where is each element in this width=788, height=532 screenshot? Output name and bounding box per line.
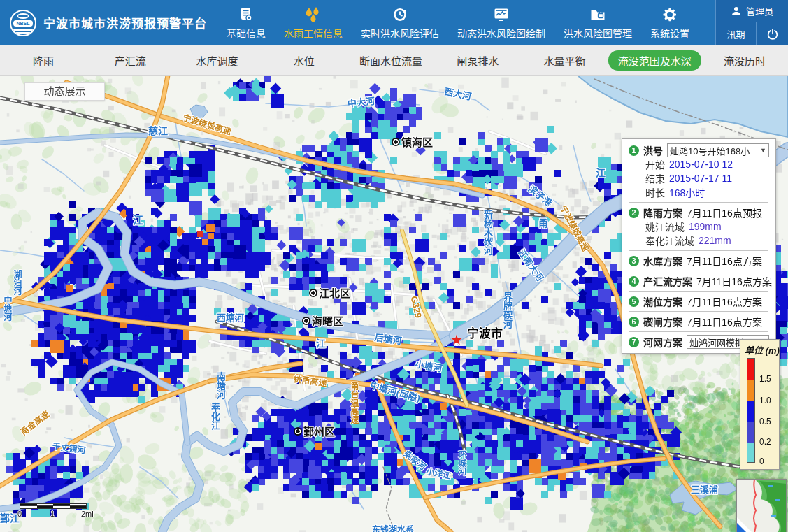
- power-icon: [766, 28, 779, 41]
- step-6-badge: 6: [629, 317, 639, 327]
- water-drops-icon: [304, 6, 322, 24]
- reservoir-value: 7月11日16点方案: [687, 254, 762, 268]
- minimap-toggle-icon[interactable]: [737, 523, 747, 532]
- legend-tick: 1.0: [759, 396, 771, 405]
- legend-title: 单位 (m): [745, 343, 779, 357]
- legend: 单位 (m) 1.51.00.50.20: [740, 339, 780, 470]
- dynamic-display-button[interactable]: 动态展示: [24, 82, 105, 101]
- tab-3[interactable]: 水位: [261, 50, 348, 71]
- yaojiang-value: 199mm: [689, 221, 722, 232]
- end-label: 结束: [645, 171, 665, 185]
- rivernet-label: 河网方案: [643, 335, 682, 349]
- step-4-badge: 4: [629, 276, 639, 287]
- nav-item-0[interactable]: 基础信息: [227, 0, 266, 45]
- start-value: 2015-07-10 12: [669, 159, 733, 170]
- user-menu[interactable]: 管理员: [716, 0, 788, 22]
- nav-item-3[interactable]: 动态洪水风险图绘制: [457, 0, 545, 45]
- tide-label: 潮位方案: [643, 294, 682, 308]
- tab-7[interactable]: 淹没范围及水深: [608, 50, 701, 71]
- gate-value: 7月11日16点方案: [687, 315, 762, 329]
- runoff-label: 产汇流方案: [643, 274, 692, 288]
- nav-item-4[interactable]: 洪水风险图管理: [564, 0, 632, 45]
- folder-lock-icon: [589, 6, 606, 24]
- rain-label: 降雨方案: [643, 206, 682, 220]
- fenghuajiang-label: 奉化江流域: [645, 233, 694, 247]
- user-icon: [731, 6, 742, 17]
- step-1-badge: 1: [629, 145, 639, 156]
- duration-value: 168小时: [669, 185, 705, 199]
- sub-nav: 降雨产汇流水库调度水位断面水位流量闸泵排水水量平衡淹没范围及水深淹没历时: [0, 45, 788, 76]
- clock-icon: [392, 6, 408, 24]
- app-logo-icon: NBSL: [10, 10, 36, 36]
- scale-0: 0: [17, 510, 22, 518]
- flood-no-select[interactable]: 灿鸿10号开始168小▼: [667, 143, 769, 157]
- gate-label: 碶闸方案: [643, 315, 682, 329]
- rain-value: 7月11日16点预报: [687, 206, 762, 220]
- tab-8[interactable]: 淹没历时: [701, 50, 788, 71]
- caret-down-icon: ▼: [760, 147, 766, 154]
- gear-icon: [661, 6, 678, 24]
- chart-monitor-icon: [493, 6, 510, 24]
- header-nav: 基础信息水雨工情信息实时洪水风险评估动态洪水风险图绘制洪水风险图管理系统设置: [227, 0, 708, 45]
- document-info-icon: [238, 6, 255, 24]
- start-label: 开始: [645, 157, 665, 171]
- scenario-panel: 1 洪号 灿鸿10号开始168小▼ 开始2015-07-10 12 结束2015…: [622, 138, 776, 354]
- tide-value: 7月11日16点方案: [687, 294, 762, 308]
- step-3-badge: 3: [629, 256, 639, 266]
- step-5-badge: 5: [629, 296, 639, 307]
- season-button[interactable]: 汛期: [716, 22, 757, 45]
- tab-5[interactable]: 闸泵排水: [434, 50, 521, 71]
- runoff-value: 7月11日16点方案: [696, 274, 772, 288]
- nav-item-1[interactable]: 水雨工情信息: [284, 0, 343, 45]
- reservoir-label: 水库方案: [643, 254, 682, 268]
- legend-tick: 0.2: [759, 437, 771, 447]
- fenghuajiang-value: 221mm: [699, 235, 731, 246]
- flood-no-label: 洪号: [643, 143, 663, 157]
- legend-tick: 0.5: [759, 417, 771, 426]
- nav-item-5[interactable]: 系统设置: [650, 0, 689, 45]
- logout-button[interactable]: [757, 22, 788, 45]
- step-7-badge: 7: [629, 337, 639, 347]
- legend-tick: 0: [759, 456, 764, 466]
- end-value: 2015-07-17 11: [669, 173, 732, 184]
- scale-2mi: 2mi: [81, 510, 94, 518]
- scale-1: 1: [50, 510, 55, 518]
- tab-6[interactable]: 水量平衡: [522, 50, 608, 71]
- app-title: 宁波市城市洪涝预报预警平台: [43, 14, 207, 31]
- tab-0[interactable]: 降雨: [0, 50, 87, 71]
- header-right: 管理员 汛期: [715, 0, 788, 45]
- step-2-badge: 2: [629, 208, 639, 218]
- tab-2[interactable]: 水库调度: [174, 50, 261, 71]
- tab-4[interactable]: 断面水位流量: [348, 50, 434, 71]
- nav-item-2[interactable]: 实时洪水风险评估: [361, 0, 439, 45]
- duration-label: 时长: [645, 185, 665, 199]
- map-container[interactable]: 慈江中大河西大河宁波绕城高速宁波绕城高速滨子港江甬江甬新杨木碶河江南大河界牌碶河…: [0, 76, 788, 532]
- legend-tick: 1.5: [759, 374, 771, 384]
- yaojiang-label: 姚江流域: [645, 220, 685, 233]
- tab-1[interactable]: 产汇流: [87, 50, 173, 71]
- scale-bar: 0 1 2mi: [20, 503, 89, 519]
- app-header: NBSL 宁波市城市洪涝预报预警平台 基础信息水雨工情信息实时洪水风险评估动态洪…: [0, 0, 788, 45]
- overview-minimap[interactable]: [736, 479, 787, 532]
